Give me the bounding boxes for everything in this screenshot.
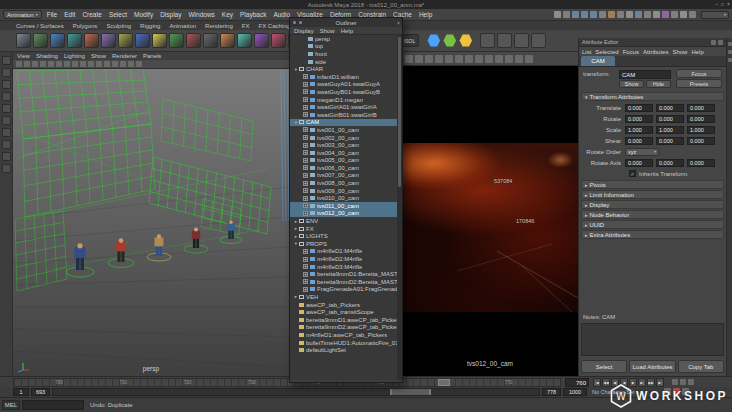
scrollbar-thumb[interactable] (398, 37, 401, 187)
status-icon[interactable] (563, 11, 570, 18)
command-line-language-toggle[interactable]: MEL (2, 400, 20, 410)
lasso-tool-icon[interactable] (2, 68, 11, 77)
status-icon[interactable] (653, 11, 660, 18)
status-icon[interactable] (662, 11, 669, 18)
shelf-icon[interactable] (254, 33, 269, 48)
outliner-row[interactable]: +tvs004_00_cam (290, 149, 397, 157)
camera-toolbar-icon[interactable] (455, 55, 463, 63)
step-back-key-button[interactable]: ◀◀ (602, 378, 610, 387)
status-icon[interactable] (590, 11, 597, 18)
shelf-hex-icon[interactable] (427, 34, 440, 47)
expand-plus-icon[interactable]: + (303, 196, 308, 201)
shelf-tab-fx[interactable]: FX (242, 23, 250, 29)
outliner-row[interactable]: ▾PROPS (290, 240, 397, 248)
panel-close-icon[interactable] (718, 40, 723, 45)
expand-plus-icon[interactable]: + (303, 287, 308, 292)
maximize-button[interactable]: □ (721, 0, 724, 8)
menu-modify[interactable]: Modify (134, 11, 153, 18)
outliner-row[interactable]: +tvs011_00_cam (290, 202, 397, 210)
outliner-row[interactable]: side (290, 58, 397, 66)
attribute-value-field[interactable]: 0.000 (687, 104, 715, 112)
expand-plus-icon[interactable]: + (303, 143, 308, 148)
viewport-menu-show[interactable]: Show (91, 53, 106, 59)
playback-start-field[interactable]: 693 (31, 388, 50, 396)
expand-plus-icon[interactable]: + (303, 272, 308, 277)
persp-outliner-layout-icon[interactable] (2, 152, 11, 161)
outliner-row[interactable]: +meganD1:megan (290, 96, 397, 104)
rotate-order-dropdown[interactable]: xyz▾ (625, 148, 659, 156)
expand-plus-icon[interactable]: + (303, 211, 308, 216)
attribute-value-field[interactable]: 0.000 (656, 115, 684, 123)
menu-help[interactable]: Help (419, 11, 432, 18)
expand-plus-icon[interactable]: + (303, 89, 308, 94)
four-pane-layout-icon[interactable] (2, 140, 11, 149)
shelf-icon[interactable] (186, 33, 201, 48)
shelf-icon[interactable] (16, 33, 31, 48)
range-slider[interactable] (52, 388, 540, 396)
minimize-button[interactable]: – (715, 0, 718, 8)
outliner-row[interactable]: ▸LIGHTS (290, 232, 397, 240)
menu-audio[interactable]: Audio (273, 11, 290, 18)
close-button[interactable]: × (727, 0, 730, 8)
viewport-toolbar-icon[interactable] (128, 61, 134, 67)
menu-key[interactable]: Key (222, 11, 233, 18)
attribute-value-field[interactable]: 0.000 (687, 159, 715, 167)
attribute-value-field[interactable]: 0.000 (625, 104, 653, 112)
expand-plus-icon[interactable]: + (303, 74, 308, 79)
outliner-row[interactable]: m4rifleD1:aweCP_tab_Pickers (290, 331, 397, 339)
range-slider-bar[interactable] (390, 389, 431, 395)
outliner-row[interactable]: +tvs001_00_cam (290, 126, 397, 134)
attribute-editor-menu-focus[interactable]: Focus (623, 49, 639, 55)
outliner-row[interactable]: front (290, 50, 397, 58)
attribute-editor-menu-help[interactable]: Help (691, 49, 703, 55)
outliner-row[interactable]: +tvs009_00_cam (290, 187, 397, 195)
outliner-row[interactable]: +tvs003_00_cam (290, 141, 397, 149)
attribute-editor-menu-selected[interactable]: Selected (595, 49, 618, 55)
attribute-value-field[interactable]: 0.000 (656, 159, 684, 167)
section-transform-attributes[interactable]: ▾ Transform Attributes (581, 92, 724, 101)
outliner-row[interactable]: ▾CAM (290, 119, 397, 127)
shelf-icon[interactable] (152, 33, 167, 48)
status-icon[interactable] (671, 11, 678, 18)
viewport-toolbar-icon[interactable] (48, 61, 54, 67)
status-icon[interactable] (617, 11, 624, 18)
viewport-toolbar-icon[interactable] (104, 61, 110, 67)
status-icon[interactable] (635, 11, 642, 18)
shelf-icon[interactable] (169, 33, 184, 48)
scale-tool-icon[interactable] (2, 116, 11, 125)
attribute-editor-menu-attributes[interactable]: Attributes (643, 49, 668, 55)
outliner-row[interactable]: +swatGirlA01:swatGirlA (290, 103, 397, 111)
anim-start-field[interactable]: 1 (13, 388, 29, 396)
expand-plus-icon[interactable]: + (303, 203, 308, 208)
outliner-row[interactable]: +m4rifleD3:M4rifle (290, 263, 397, 271)
go-to-start-button[interactable]: |◀ (593, 378, 601, 387)
shelf-tab-rendering[interactable]: Rendering (205, 23, 233, 29)
shelf-icon[interactable] (237, 33, 252, 48)
menu-playback[interactable]: Playback (240, 11, 266, 18)
expand-plus-icon[interactable]: + (303, 165, 308, 170)
attribute-value-field[interactable]: 1.000 (625, 126, 653, 134)
section-uuid[interactable]: ▸UUID (581, 220, 724, 229)
viewport-toolbar-icon[interactable] (136, 61, 142, 67)
move-tool-icon[interactable] (2, 92, 11, 101)
expand-plus-icon[interactable]: + (303, 112, 308, 117)
shelf-icon[interactable] (203, 33, 218, 48)
shelf-tab-rigging[interactable]: Rigging (140, 23, 160, 29)
status-icon[interactable] (554, 11, 561, 18)
viewport-menu-renderer[interactable]: Renderer (112, 53, 137, 59)
dock-icon[interactable] (728, 42, 732, 46)
expand-plus-icon[interactable]: + (303, 82, 308, 87)
viewport-canvas[interactable]: persp (13, 69, 289, 376)
outliner-row[interactable]: +beretta9mmD2:Beretta_MASTER (290, 278, 397, 286)
outliner-row[interactable]: beretta9mmD1:aweCP_tab_Pickers (290, 316, 397, 324)
menu-edit[interactable]: Edit (64, 11, 75, 18)
menu-file[interactable]: File (47, 11, 57, 18)
attribute-value-field[interactable]: 0.000 (625, 115, 653, 123)
shelf-hex-icon[interactable] (443, 34, 456, 47)
split-pane-layout-icon[interactable] (2, 164, 11, 173)
shelf-icon[interactable] (101, 33, 116, 48)
paint-select-tool-icon[interactable] (2, 80, 11, 89)
camera-toolbar-icon[interactable] (495, 55, 503, 63)
outliner-row[interactable]: persp (290, 35, 397, 43)
menu-set-selector[interactable]: Animation ▾ (3, 10, 42, 19)
